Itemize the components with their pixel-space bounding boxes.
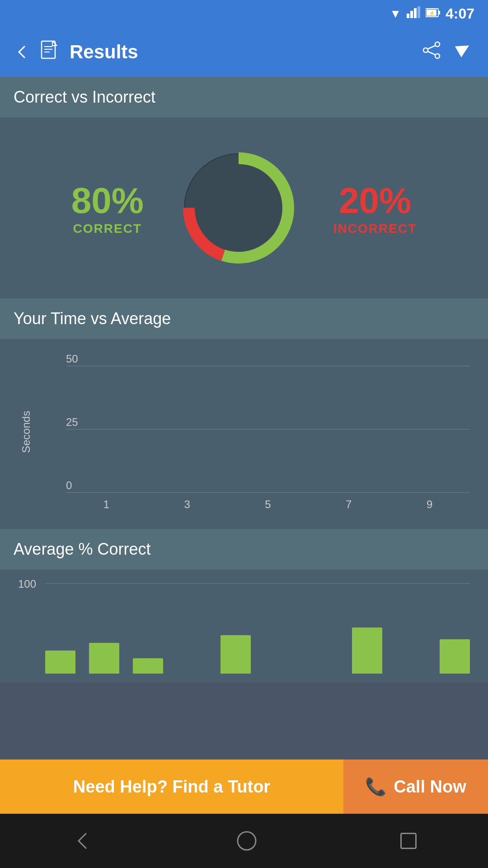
- time-vs-average-header: Your Time vs Average: [0, 298, 488, 339]
- x-label-7: 7: [346, 498, 352, 511]
- avg-bar-5: [221, 635, 251, 674]
- incorrect-text: INCORRECT: [333, 222, 417, 236]
- status-time: 4:07: [446, 5, 474, 22]
- donut-chart-section: 80% CORRECT 20% INCORRECT: [0, 118, 488, 298]
- correct-vs-incorrect-header: Correct vs Incorrect: [0, 77, 488, 118]
- svg-rect-2: [414, 8, 417, 18]
- svg-point-14: [423, 48, 428, 52]
- status-icons: ▼ ⚡ 4:07: [389, 5, 474, 22]
- svg-rect-3: [418, 6, 420, 18]
- avg-bars-container: [45, 597, 470, 674]
- avg-chart-wrapper: 100: [18, 583, 470, 674]
- time-chart-section: Seconds 50 25 0 1 3 5 7 9: [0, 339, 488, 529]
- document-icon: [41, 40, 59, 64]
- find-tutor-text: Need Help? Find a Tutor: [73, 777, 270, 797]
- svg-rect-5: [438, 11, 440, 14]
- avg-bar-2: [89, 643, 119, 674]
- nav-back-button[interactable]: [71, 830, 93, 852]
- toolbar-icons: [422, 40, 474, 64]
- x-label-3: 3: [184, 498, 190, 511]
- nav-recents-button[interactable]: [400, 833, 417, 849]
- x-label-5: 5: [265, 498, 271, 511]
- time-chart-wrapper: Seconds 50 25 0 1 3 5 7 9: [18, 353, 470, 511]
- donut-chart: [171, 140, 306, 276]
- svg-point-13: [435, 42, 440, 47]
- time-chart-inner: 50 25 0 1 3 5 7 9: [39, 353, 470, 511]
- incorrect-percentage: 20%: [333, 180, 417, 222]
- y-axis-label: Seconds: [18, 353, 34, 511]
- avg-bar-10: [440, 639, 470, 674]
- page-title: Results: [70, 41, 411, 63]
- svg-line-16: [428, 46, 435, 49]
- nav-home-button[interactable]: [236, 830, 258, 852]
- svg-rect-0: [407, 14, 409, 18]
- avg-chart-section: 100: [0, 570, 488, 683]
- back-button[interactable]: [14, 44, 30, 60]
- svg-point-21: [196, 165, 281, 250]
- svg-rect-1: [410, 11, 413, 18]
- status-bar: ▼ ⚡ 4:07: [0, 0, 488, 27]
- time-bars-container: [66, 353, 470, 493]
- avg-grid-100: 100: [45, 583, 470, 584]
- correct-percentage: 80%: [71, 180, 144, 222]
- avg-bar-3: [133, 658, 163, 674]
- phone-icon: 📞: [365, 777, 386, 797]
- svg-line-17: [428, 52, 435, 55]
- correct-label: 80% CORRECT: [71, 180, 144, 236]
- bottom-banner: Need Help? Find a Tutor 📞 Call Now: [0, 760, 488, 814]
- x-label-1: 1: [103, 498, 109, 511]
- share-icon[interactable]: [422, 41, 441, 64]
- svg-text:⚡: ⚡: [429, 10, 435, 16]
- battery-icon: ⚡: [426, 7, 440, 21]
- avg-bar-1: [45, 651, 75, 674]
- wifi-icon: ▼: [389, 7, 401, 21]
- incorrect-label: 20% INCORRECT: [333, 180, 417, 236]
- avg-chart-inner: 100: [18, 583, 470, 674]
- correct-text: CORRECT: [71, 222, 144, 236]
- svg-point-15: [435, 54, 440, 58]
- call-now-button[interactable]: 📞 Call Now: [343, 760, 488, 814]
- x-label-9: 9: [427, 498, 432, 511]
- nav-square-icon: [400, 833, 417, 849]
- signal-icon: [407, 6, 420, 21]
- find-tutor-button[interactable]: Need Help? Find a Tutor: [0, 760, 343, 814]
- svg-point-22: [238, 832, 256, 850]
- nav-bar: [0, 814, 488, 868]
- app-bar: Results: [0, 27, 488, 77]
- flag-icon[interactable]: [455, 40, 474, 64]
- x-axis-labels: 1 3 5 7 9: [66, 498, 470, 511]
- avg-bar-8: [352, 627, 382, 674]
- avg-correct-header: Average % Correct: [0, 529, 488, 570]
- call-now-text: Call Now: [394, 777, 466, 797]
- avg-grid-label-100: 100: [18, 578, 36, 590]
